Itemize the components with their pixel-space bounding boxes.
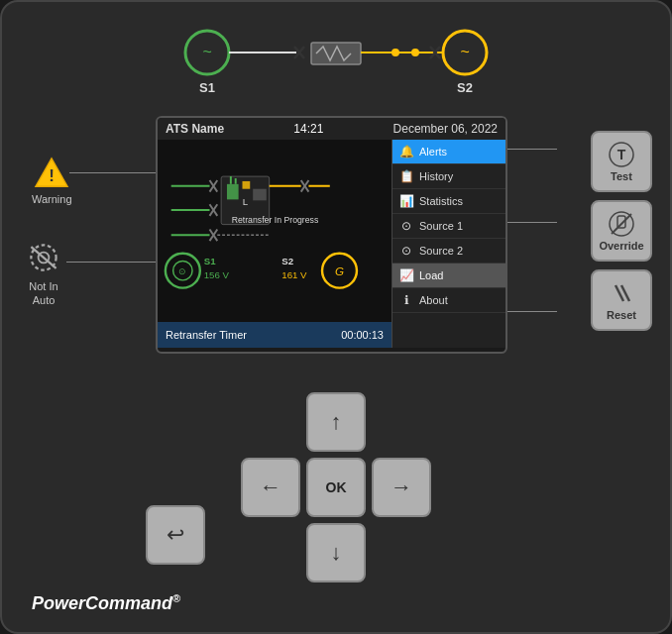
- ats-name: ATS Name: [166, 122, 224, 136]
- lcd-menu[interactable]: 🔔 Alerts 📋 History 📊 Statistics ⊙ Source…: [392, 140, 505, 348]
- nav-empty-4: [372, 523, 431, 582]
- back-icon: ↩: [167, 522, 184, 548]
- statistics-icon: 📊: [398, 194, 414, 208]
- menu-item-about[interactable]: ℹ About: [392, 288, 505, 313]
- notauto-label: Not InAuto: [29, 279, 57, 308]
- menu-statistics-label: Statistics: [419, 195, 463, 207]
- notauto-connector: [66, 262, 156, 263]
- reset-icon: [608, 279, 635, 307]
- menu-history-label: History: [419, 170, 453, 182]
- lcd-date: December 06, 2022: [393, 122, 498, 136]
- status-label: Retransfer Timer: [166, 329, 341, 341]
- menu-item-statistics[interactable]: 📊 Statistics: [392, 189, 505, 214]
- lcd-time: 14:21: [293, 122, 323, 136]
- about-icon: ℹ: [398, 293, 414, 307]
- svg-text:S2: S2: [457, 80, 473, 95]
- override-icon: [608, 210, 635, 238]
- nav-right-button[interactable]: →: [372, 458, 431, 517]
- lcd-body: L: [158, 140, 505, 348]
- lcd-screen: ATS Name 14:21 December 06, 2022: [156, 116, 507, 354]
- menu-item-history[interactable]: 📋 History: [392, 164, 505, 189]
- nav-left-button[interactable]: ←: [241, 458, 300, 517]
- right-arrow-icon: →: [391, 475, 412, 500]
- svg-text:S2: S2: [281, 256, 293, 266]
- warning-connector: [69, 172, 156, 173]
- circuit-diagram: L: [162, 144, 388, 344]
- reset-button[interactable]: Reset: [591, 269, 652, 331]
- ok-icon: OK: [326, 479, 347, 495]
- menu-item-source1[interactable]: ⊙ Source 1: [392, 214, 505, 239]
- menu-alerts-label: Alerts: [419, 146, 447, 158]
- source2-icon: ⊙: [398, 244, 414, 258]
- notauto-indicator: Not InAuto: [24, 240, 63, 308]
- up-arrow-icon: ↑: [331, 409, 342, 435]
- svg-text:S1: S1: [199, 80, 215, 95]
- svg-text:S1: S1: [204, 256, 216, 266]
- override-connector: [507, 222, 557, 223]
- svg-text:!: !: [49, 166, 55, 185]
- menu-item-source2[interactable]: ⊙ Source 2: [392, 239, 505, 264]
- svg-point-12: [411, 49, 419, 56]
- nav-up-button[interactable]: ↑: [306, 392, 366, 452]
- wiring-svg: ~ S1 ~ S2: [128, 25, 544, 104]
- svg-line-56: [612, 214, 631, 234]
- svg-point-11: [392, 49, 399, 56]
- lcd-status: Retransfer Timer 00:00:13: [158, 322, 392, 348]
- warning-indicator: ! Warning: [32, 156, 72, 205]
- right-buttons: T Test Override Reset: [591, 131, 652, 331]
- svg-text:Retransfer In Progress: Retransfer In Progress: [232, 215, 319, 225]
- menu-load-label: Load: [419, 269, 443, 281]
- alerts-icon: 🔔: [398, 145, 414, 158]
- menu-item-load[interactable]: 📈 Load: [392, 264, 505, 288]
- svg-text:~: ~: [460, 44, 469, 60]
- back-button[interactable]: ↩: [146, 505, 205, 565]
- test-icon: T: [608, 141, 635, 168]
- test-connector: [507, 149, 557, 150]
- svg-rect-9: [311, 43, 361, 64]
- status-time: 00:00:13: [341, 329, 384, 341]
- svg-rect-30: [253, 189, 267, 201]
- source1-icon: ⊙: [398, 219, 414, 233]
- nav-empty-1: [241, 392, 300, 452]
- svg-rect-29: [242, 181, 250, 189]
- notauto-icon: [24, 240, 63, 275]
- brand-name: PowerCommand: [32, 593, 172, 613]
- nav-empty-2: [372, 392, 431, 452]
- menu-about-label: About: [419, 294, 448, 306]
- menu-item-alerts[interactable]: 🔔 Alerts: [392, 140, 505, 164]
- svg-text:G: G: [335, 264, 344, 277]
- warning-label: Warning: [32, 193, 72, 205]
- main-panel: ~ S1 ~ S2: [0, 0, 672, 634]
- brand-logo: PowerCommand®: [32, 592, 180, 614]
- down-arrow-icon: ↓: [331, 540, 342, 566]
- wiring-diagram: ~ S1 ~ S2: [2, 20, 670, 109]
- svg-text:T: T: [617, 147, 626, 162]
- nav-grid: ↑ ← OK → ↓: [241, 392, 431, 582]
- test-button-label: Test: [611, 170, 632, 182]
- history-icon: 📋: [398, 169, 414, 183]
- lcd-diagram: L: [158, 140, 392, 348]
- reset-button-label: Reset: [607, 309, 636, 321]
- svg-text:⊙: ⊙: [178, 266, 186, 276]
- svg-rect-28: [227, 184, 239, 200]
- override-button[interactable]: Override: [591, 200, 652, 262]
- nav-down-button[interactable]: ↓: [306, 523, 366, 582]
- svg-text:L: L: [243, 196, 249, 207]
- warning-icon: !: [33, 156, 70, 189]
- svg-text:156 V: 156 V: [204, 269, 230, 280]
- nav-area: ↑ ← OK → ↓: [241, 392, 431, 582]
- override-button-label: Override: [599, 240, 643, 252]
- menu-source2-label: Source 2: [419, 245, 463, 257]
- reset-connector: [507, 311, 557, 312]
- svg-text:~: ~: [202, 44, 211, 60]
- load-icon: 📈: [398, 268, 414, 282]
- left-arrow-icon: ←: [260, 475, 281, 500]
- test-button[interactable]: T Test: [591, 131, 652, 192]
- lcd-header: ATS Name 14:21 December 06, 2022: [158, 118, 505, 140]
- menu-source1-label: Source 1: [419, 220, 463, 232]
- registered-mark: ®: [172, 592, 180, 604]
- nav-empty-3: [241, 523, 300, 582]
- nav-ok-button[interactable]: OK: [306, 458, 366, 517]
- svg-text:161 V: 161 V: [281, 269, 307, 280]
